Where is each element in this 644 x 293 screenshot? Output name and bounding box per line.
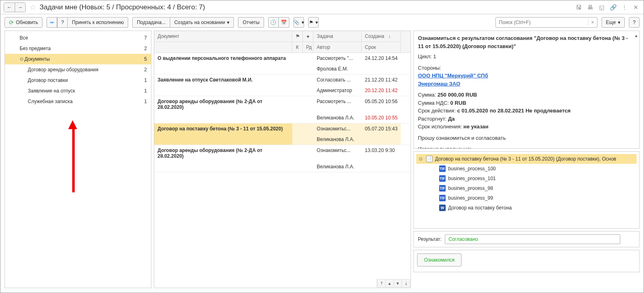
- more-icon[interactable]: ⋮: [620, 3, 629, 12]
- attachment-item[interactable]: TIFbusines_process_99: [416, 193, 637, 203]
- grid-up-button[interactable]: ▲: [385, 280, 393, 287]
- nav-back-button[interactable]: ←: [4, 3, 15, 12]
- calendar-add-icon: 📅: [281, 20, 287, 25]
- tree-label: Документы: [24, 56, 50, 62]
- sum-label: Сумма:: [418, 92, 436, 98]
- forward-button[interactable]: ➡: [47, 17, 57, 28]
- tree-item[interactable]: Служебная записка1: [5, 96, 151, 107]
- cell-empty: [154, 161, 292, 172]
- attachment-item[interactable]: WДоговор на поставку бетона: [416, 203, 637, 213]
- period-value: с 01.05.2020 по 28.02.2021 Не продлевает…: [457, 108, 571, 114]
- new-window-icon[interactable]: ◱: [597, 3, 606, 12]
- question-button[interactable]: ?: [57, 17, 68, 28]
- print-icon[interactable]: 🖶: [586, 3, 595, 12]
- table-row[interactable]: О выделении персонального телефонного ап…: [154, 53, 411, 75]
- col-deadline[interactable]: Срок: [362, 42, 401, 53]
- cell-rd: [303, 64, 313, 74]
- tree-item[interactable]: Договор поставки1: [5, 75, 151, 86]
- clock-icon: 🕓: [270, 20, 276, 25]
- cell-empty: [154, 64, 292, 74]
- terminated-value: Да: [448, 116, 455, 122]
- attachment-item[interactable]: TIFbusines_process_100: [416, 164, 637, 174]
- tree-count: 1: [144, 88, 147, 94]
- detail-title: Ознакомиться с результатом согласования …: [418, 34, 635, 50]
- attachment-name: busines_process_100: [448, 166, 496, 172]
- cell-deadline: [362, 134, 401, 145]
- col-rd[interactable]: Рд: [303, 42, 313, 53]
- cell-k: [292, 64, 303, 74]
- grid-last-button[interactable]: ⤓: [402, 280, 410, 287]
- table-row[interactable]: Заявление на отпуск Светлаковой М.И.Согл…: [154, 75, 411, 96]
- attachments-panel: ⊖ 📄 Договор на поставку бетона (№ 3 - 11…: [413, 151, 640, 229]
- title-bar: ← → ☆ Задачи мне (Новых: 5 / Просроченны…: [0, 0, 644, 14]
- tree-item[interactable]: Все7: [5, 33, 151, 43]
- flag-icon: ⚑: [309, 20, 313, 25]
- col-author[interactable]: Автор: [313, 42, 362, 53]
- cell-empty: [154, 85, 292, 96]
- search-clear-button[interactable]: ×: [588, 20, 597, 25]
- col-created[interactable]: Создана ↓: [362, 31, 401, 42]
- flag-button[interactable]: ⚑ ▾: [308, 17, 319, 28]
- scroll-up-icon[interactable]: ▲: [634, 33, 638, 39]
- attachment-root-label: Договор на поставку бетона (№ 3 - 11 от …: [435, 156, 616, 162]
- reports-button[interactable]: Отчеты: [238, 17, 264, 28]
- sides-label: Стороны:: [418, 64, 635, 72]
- nav-forward-button[interactable]: →: [15, 3, 25, 12]
- create-based-button[interactable]: Создать на основании ▾: [170, 17, 234, 28]
- clock-button[interactable]: 🕓: [268, 17, 279, 28]
- cell-author: Великанова Л.А.: [313, 112, 362, 123]
- col-document[interactable]: Документ: [154, 31, 292, 42]
- cell-deadline: [362, 161, 401, 172]
- arrow-right-icon: ➡: [50, 20, 54, 25]
- attachment-root[interactable]: ⊖ 📄 Договор на поставку бетона (№ 3 - 11…: [416, 154, 637, 164]
- tree-item[interactable]: ⊖ Документы5: [5, 54, 151, 64]
- tif-icon: TIF: [439, 195, 446, 201]
- tree-count: 1: [144, 77, 147, 83]
- result-label: Результат:: [418, 236, 442, 242]
- side1-link[interactable]: ООО НПЦ "Меркурий" СПб: [418, 72, 635, 80]
- search-box: ×: [495, 17, 597, 28]
- help-button[interactable]: ?: [629, 17, 640, 28]
- refresh-button[interactable]: ⟳Обновить: [4, 17, 42, 28]
- col-task[interactable]: Задача: [313, 31, 362, 42]
- attach-button[interactable]: 📎 ▾: [293, 17, 304, 28]
- tree-item[interactable]: Договор аренды оборудования2: [5, 64, 151, 75]
- calendar-add-button[interactable]: 📅: [279, 17, 289, 28]
- toolbar: ⟳Обновить ➡ ? Принять к исполнению Подза…: [0, 14, 644, 31]
- subtask-button[interactable]: Подзадача...: [132, 17, 170, 28]
- detail-panel: ▲ Ознакомиться с результатом согласовани…: [413, 31, 640, 288]
- col-mark-icon[interactable]: ●: [303, 31, 313, 42]
- cell-author: Великанова Л.А.: [313, 134, 362, 145]
- grid-first-button[interactable]: ⤒: [377, 280, 385, 287]
- tif-icon: TIF: [439, 185, 446, 192]
- table-row[interactable]: Договор аренды оборудования (№ 2-ДА от 2…: [154, 145, 411, 172]
- result-value[interactable]: Согласовано: [445, 234, 620, 244]
- table-row[interactable]: Договор аренды оборудования (№ 2-ДА от 2…: [154, 96, 411, 123]
- attachment-name: Договор на поставку бетона: [448, 205, 512, 211]
- favorite-star-icon[interactable]: ☆: [28, 3, 37, 12]
- collapse-icon[interactable]: ⊖: [20, 56, 24, 62]
- grid-down-button[interactable]: ▼: [393, 280, 402, 287]
- save-icon[interactable]: 🖫: [574, 3, 583, 12]
- tree-item[interactable]: Без предмета2: [5, 43, 151, 54]
- attachment-item[interactable]: TIFbusines_process_98: [416, 183, 637, 193]
- more-button[interactable]: Еще ▾: [602, 17, 625, 28]
- col-k[interactable]: К: [292, 42, 303, 53]
- cell-document: Заявление на отпуск Светлаковой М.И.: [154, 75, 292, 85]
- close-icon[interactable]: ✕: [631, 3, 640, 12]
- search-input[interactable]: [496, 20, 588, 25]
- annotation-arrow: [71, 120, 76, 192]
- collapse-icon[interactable]: ⊖: [419, 156, 424, 162]
- link-icon[interactable]: 🔗: [608, 3, 617, 12]
- attachment-item[interactable]: TIFbusines_process_101: [416, 174, 637, 183]
- col-flag-icon[interactable]: ⚑: [292, 31, 303, 42]
- side2-link[interactable]: Энергомаш ЗАО: [418, 80, 635, 88]
- acknowledge-button[interactable]: Ознакомился: [417, 253, 462, 267]
- accept-button[interactable]: Принять к исполнению: [68, 17, 128, 28]
- tree-count: 7: [144, 35, 147, 41]
- tree-item[interactable]: Заявление на отпуск1: [5, 86, 151, 96]
- tree-count: 2: [144, 46, 147, 51]
- table-row[interactable]: Договор на поставку бетона (№ 3 - 11 от …: [154, 123, 411, 145]
- col-doc-sub: [154, 42, 292, 53]
- attachment-name: busines_process_99: [448, 195, 493, 201]
